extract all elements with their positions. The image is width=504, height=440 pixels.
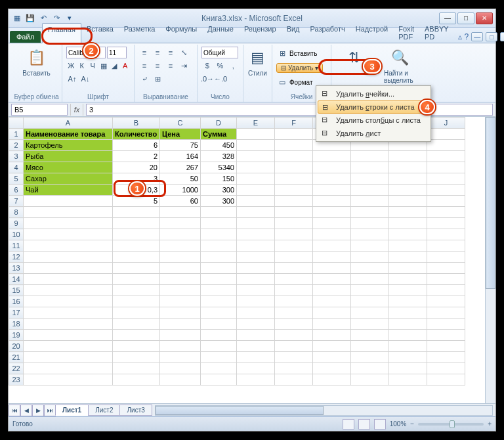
row-header-13[interactable]: 13 — [9, 263, 24, 274]
cell-G23[interactable] — [313, 374, 351, 385]
col-header-C[interactable]: C — [160, 118, 201, 129]
cell-I22[interactable] — [389, 363, 427, 374]
col-header-E[interactable]: E — [237, 118, 275, 129]
cell-H14[interactable] — [351, 274, 389, 285]
format-cells-button[interactable]: Формат — [289, 79, 313, 86]
cell-F13[interactable] — [275, 263, 313, 274]
cell-G20[interactable] — [313, 341, 351, 352]
cell-F5[interactable] — [275, 173, 313, 185]
cell-A13[interactable] — [24, 263, 113, 274]
cell-J22[interactable] — [427, 363, 465, 374]
row-header-14[interactable]: 14 — [9, 274, 24, 285]
save-icon[interactable]: 💾 — [24, 12, 36, 24]
cell-B21[interactable] — [113, 352, 160, 363]
align-center-button[interactable]: ≡ — [152, 60, 163, 72]
decrease-decimal-button[interactable]: ←.0 — [215, 73, 226, 85]
cell-A1[interactable]: Наименование товара — [24, 129, 113, 140]
cell-E11[interactable] — [237, 240, 275, 252]
cell-F10[interactable] — [275, 229, 313, 240]
view-break-button[interactable] — [374, 419, 386, 429]
cell-I13[interactable] — [389, 263, 427, 274]
row-header-3[interactable]: 3 — [9, 151, 24, 162]
view-normal-button[interactable] — [343, 419, 354, 429]
cell-E19[interactable] — [237, 330, 275, 341]
cell-H6[interactable] — [351, 185, 389, 196]
cell-G10[interactable] — [313, 229, 351, 240]
minimize-button[interactable]: — — [439, 12, 456, 24]
align-middle-button[interactable]: ≡ — [152, 47, 163, 58]
cell-B11[interactable] — [113, 240, 160, 252]
cell-H8[interactable] — [351, 207, 389, 218]
cell-A8[interactable] — [24, 207, 113, 218]
cell-A21[interactable] — [24, 352, 113, 363]
row-header-18[interactable]: 18 — [9, 319, 24, 330]
cell-J18[interactable] — [427, 319, 465, 330]
sheet-tab-0[interactable]: Лист1 — [55, 405, 89, 416]
cell-I6[interactable] — [389, 185, 427, 196]
cell-J8[interactable] — [427, 207, 465, 218]
cell-B16[interactable] — [113, 296, 160, 307]
cell-I17[interactable] — [389, 307, 427, 319]
cell-G3[interactable] — [313, 151, 351, 162]
cell-H12[interactable] — [351, 252, 389, 263]
cell-G19[interactable] — [313, 330, 351, 341]
cell-F21[interactable] — [275, 352, 313, 363]
cell-C18[interactable] — [160, 319, 201, 330]
cell-B9[interactable] — [113, 218, 160, 229]
font-size-combo[interactable] — [107, 47, 127, 58]
row-header-17[interactable]: 17 — [9, 307, 24, 319]
insert-cells-button[interactable]: Вставить — [289, 50, 317, 57]
ribbon-tab-8[interactable]: Надстрой — [350, 23, 393, 43]
cell-C21[interactable] — [160, 352, 201, 363]
cell-H21[interactable] — [351, 352, 389, 363]
ribbon-tab-2[interactable]: Разметка — [119, 23, 161, 43]
cell-B1[interactable]: Количество — [113, 129, 160, 140]
cell-A14[interactable] — [24, 274, 113, 285]
cell-B18[interactable] — [113, 319, 160, 330]
name-box[interactable]: B5 — [11, 104, 68, 116]
align-top-button[interactable]: ≡ — [138, 47, 150, 58]
cell-E21[interactable] — [237, 352, 275, 363]
cell-A16[interactable] — [24, 296, 113, 307]
cell-J15[interactable] — [427, 285, 465, 296]
cell-I11[interactable] — [389, 240, 427, 252]
cell-I7[interactable] — [389, 196, 427, 207]
cell-D5[interactable]: 150 — [201, 173, 237, 185]
ribbon-tab-10[interactable]: ABBYY PD — [419, 23, 454, 43]
doc-min-button[interactable]: — — [471, 32, 483, 41]
ribbon-tab-7[interactable]: Разработч — [305, 23, 350, 43]
row-header-9[interactable]: 9 — [9, 218, 24, 229]
cell-J17[interactable] — [427, 307, 465, 319]
cell-J11[interactable] — [427, 240, 465, 252]
orientation-button[interactable]: ⤡ — [178, 47, 190, 58]
col-header-D[interactable]: D — [201, 118, 237, 129]
cell-E4[interactable] — [237, 162, 275, 173]
cell-H19[interactable] — [351, 330, 389, 341]
cell-B23[interactable] — [113, 374, 160, 385]
help-icon[interactable]: ? — [465, 32, 469, 41]
cell-I20[interactable] — [389, 341, 427, 352]
cell-J23[interactable] — [427, 374, 465, 385]
cell-D4[interactable]: 5340 — [201, 162, 237, 173]
cell-B15[interactable] — [113, 285, 160, 296]
underline-button[interactable]: Ч — [88, 60, 98, 72]
cell-E10[interactable] — [237, 229, 275, 240]
cell-F17[interactable] — [275, 307, 313, 319]
cell-A5[interactable]: Сахар — [24, 173, 113, 185]
cell-H4[interactable] — [351, 162, 389, 173]
cell-A15[interactable] — [24, 285, 113, 296]
sheet-nav-next[interactable]: ▶ — [32, 405, 44, 416]
cell-D19[interactable] — [201, 330, 237, 341]
cell-D8[interactable] — [201, 207, 237, 218]
cell-G17[interactable] — [313, 307, 351, 319]
cell-F18[interactable] — [275, 319, 313, 330]
cell-F7[interactable] — [275, 196, 313, 207]
cell-H9[interactable] — [351, 218, 389, 229]
row-header-16[interactable]: 16 — [9, 296, 24, 307]
increase-font-button[interactable]: A↑ — [66, 73, 78, 85]
dropdown-item-2[interactable]: ⊟Удалить столбцы с листа — [318, 114, 429, 127]
spreadsheet-grid[interactable]: ABCDEFGHIJ1Наименование товараКоличество… — [9, 117, 485, 403]
cell-F16[interactable] — [275, 296, 313, 307]
zoom-out-button[interactable]: − — [410, 420, 414, 428]
cell-G16[interactable] — [313, 296, 351, 307]
